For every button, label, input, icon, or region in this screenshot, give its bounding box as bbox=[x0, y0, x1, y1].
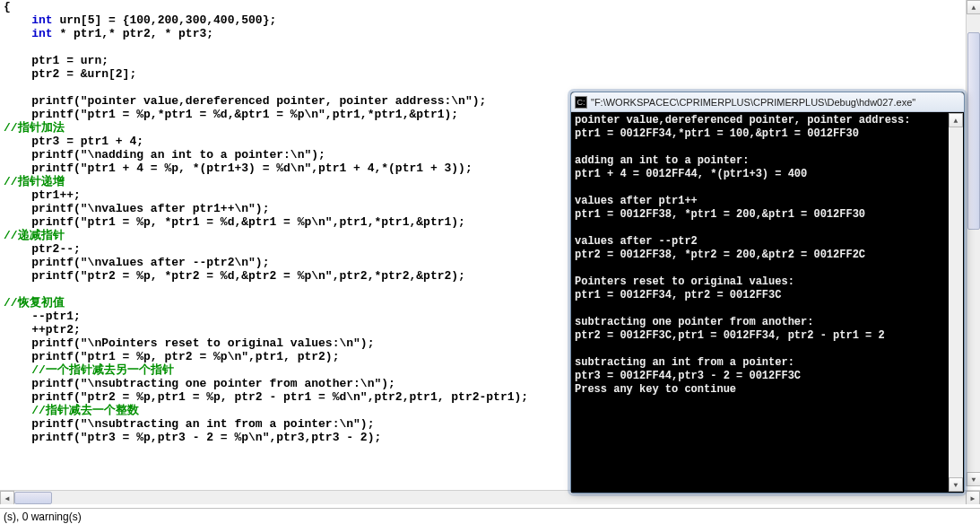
console-line bbox=[575, 343, 960, 356]
console-scroll-up-button[interactable]: ▲ bbox=[949, 113, 963, 127]
console-line: Press any key to continue bbox=[575, 383, 960, 397]
console-line bbox=[575, 302, 960, 316]
scroll-thumb-h[interactable] bbox=[14, 492, 52, 504]
code-line[interactable]: ptr2 = &urn[2]; bbox=[4, 67, 976, 81]
console-line: Pointers reset to original values: bbox=[575, 275, 960, 289]
console-line: ptr1 + 4 = 0012FF44, *(ptr1+3) = 400 bbox=[575, 168, 960, 181]
scroll-left-button[interactable]: ◀ bbox=[0, 491, 14, 504]
console-line bbox=[575, 181, 960, 195]
console-output[interactable]: pointer value,dereferenced pointer, poin… bbox=[571, 112, 964, 493]
console-line: ptr2 = 0012FF38, *ptr2 = 200,&ptr2 = 001… bbox=[575, 249, 960, 262]
scroll-right-button[interactable]: ▶ bbox=[966, 491, 980, 504]
console-title-text: "F:\WORKSPACEC\CPRIMERPLUS\CPRIMERPLUS\D… bbox=[591, 97, 915, 108]
status-bar: (s), 0 warning(s) bbox=[0, 508, 980, 524]
console-line bbox=[575, 141, 960, 154]
console-scroll-track[interactable] bbox=[949, 127, 963, 477]
console-line: ptr1 = 0012FF34, ptr2 = 0012FF3C bbox=[575, 289, 960, 302]
console-line: ptr3 = 0012FF44,ptr3 - 2 = 0012FF3C bbox=[575, 370, 960, 383]
console-scroll-down-button[interactable]: ▼ bbox=[949, 477, 963, 492]
scroll-track-v[interactable] bbox=[967, 14, 980, 472]
console-line: values after --ptr2 bbox=[575, 235, 960, 249]
status-text: (s), 0 warning(s) bbox=[4, 511, 82, 523]
console-line: adding an int to a pointer: bbox=[575, 154, 960, 168]
console-window[interactable]: C: "F:\WORKSPACEC\CPRIMERPLUS\CPRIMERPLU… bbox=[570, 92, 965, 493]
code-line[interactable] bbox=[4, 40, 976, 54]
console-line bbox=[575, 262, 960, 275]
scroll-up-button[interactable]: ▲ bbox=[967, 0, 980, 14]
console-line bbox=[575, 222, 960, 235]
console-line: ptr1 = 0012FF38, *ptr1 = 200,&ptr1 = 001… bbox=[575, 208, 960, 222]
console-line: subtracting one pointer from another: bbox=[575, 316, 960, 329]
code-line[interactable]: { bbox=[4, 0, 976, 13]
console-line: ptr2 = 0012FF3C,ptr1 = 0012FF34, ptr2 - … bbox=[575, 329, 960, 343]
console-vertical-scrollbar[interactable]: ▲ ▼ bbox=[949, 113, 963, 492]
code-line[interactable]: ptr1 = urn; bbox=[4, 54, 976, 67]
console-line: subtracting an int from a pointer: bbox=[575, 356, 960, 370]
console-line: values after ptr1++ bbox=[575, 195, 960, 208]
console-line: ptr1 = 0012FF34,*ptr1 = 100,&ptr1 = 0012… bbox=[575, 127, 960, 141]
code-line[interactable]: int urn[5] = {100,200,300,400,500}; bbox=[4, 13, 976, 27]
console-titlebar[interactable]: C: "F:\WORKSPACEC\CPRIMERPLUS\CPRIMERPLU… bbox=[571, 92, 964, 112]
console-line: pointer value,dereferenced pointer, poin… bbox=[575, 114, 960, 127]
console-icon: C: bbox=[575, 96, 587, 109]
code-line[interactable]: int * ptr1,* ptr2, * ptr3; bbox=[4, 27, 976, 40]
scroll-thumb-v[interactable] bbox=[967, 32, 980, 230]
scroll-down-button[interactable]: ▼ bbox=[967, 472, 980, 486]
editor-vertical-scrollbar[interactable]: ▲ ▼ bbox=[966, 0, 980, 486]
